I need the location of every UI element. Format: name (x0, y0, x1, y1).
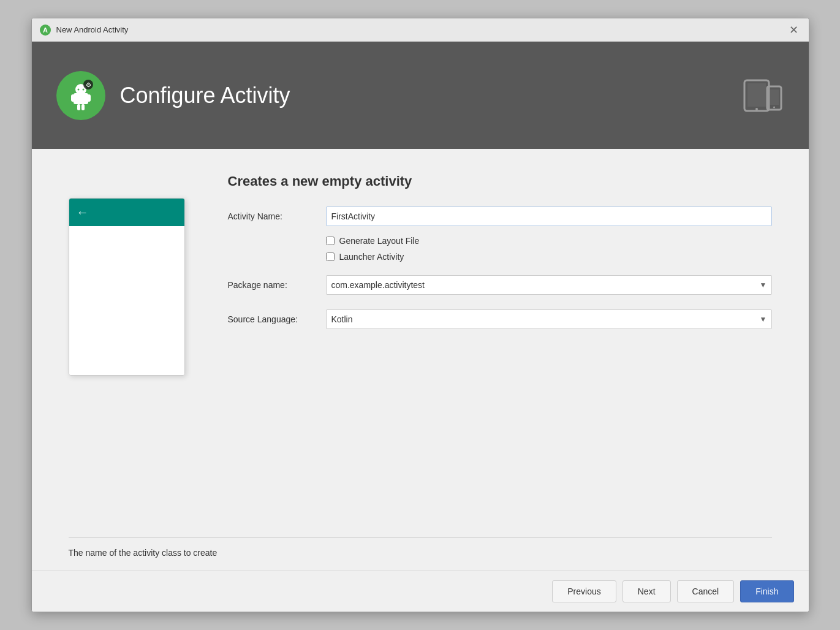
phone-preview: ← (69, 198, 185, 376)
package-name-select[interactable]: com.example.activitytest (326, 275, 772, 295)
back-arrow-icon: ← (77, 205, 89, 219)
svg-rect-16 (770, 89, 779, 105)
title-bar: A New Android Activity ✕ (32, 18, 809, 42)
activity-name-input[interactable] (326, 207, 772, 226)
source-language-row: Source Language: Kotlin Java ▼ (228, 309, 772, 329)
svg-point-14 (755, 108, 758, 110)
window-title: New Android Activity (56, 25, 129, 34)
source-language-wrapper: Kotlin Java ▼ (326, 309, 772, 329)
previous-button[interactable]: Previous (552, 580, 616, 602)
generate-layout-row: Generate Layout File (326, 236, 772, 246)
form-subtitle: Creates a new empty activity (228, 173, 772, 189)
app-icon: A (39, 24, 51, 36)
cancel-button[interactable]: Cancel (677, 580, 735, 602)
content-area: ← Creates a new empty activity Activity … (32, 149, 809, 537)
launcher-activity-checkbox[interactable] (326, 252, 335, 261)
svg-text:⚙: ⚙ (85, 82, 91, 88)
phone-body (69, 226, 184, 375)
header-left: ⚙ Configure Activity (56, 71, 290, 120)
footer: Previous Next Cancel Finish (32, 570, 809, 612)
source-language-label: Source Language: (228, 314, 326, 324)
package-name-label: Package name: (228, 280, 326, 290)
package-name-row: Package name: com.example.activitytest ▼ (228, 275, 772, 295)
divider (69, 537, 772, 538)
close-button[interactable]: ✕ (787, 23, 801, 37)
main-content: ← Creates a new empty activity Activity … (32, 149, 809, 570)
svg-rect-13 (747, 83, 766, 107)
svg-rect-7 (81, 104, 85, 110)
preview-panel: ← (69, 173, 191, 513)
generate-layout-label[interactable]: Generate Layout File (339, 236, 420, 246)
divider-section: The name of the activity class to create (32, 537, 809, 570)
android-logo: ⚙ (56, 71, 105, 120)
form-panel: Creates a new empty activity Activity Na… (228, 173, 772, 513)
device-icons (741, 74, 784, 117)
generate-layout-checkbox[interactable] (326, 237, 335, 245)
logo-svg: ⚙ (65, 80, 97, 112)
svg-point-17 (773, 106, 775, 108)
svg-rect-6 (77, 104, 80, 110)
svg-rect-3 (74, 93, 88, 104)
phone-toolbar: ← (69, 199, 184, 226)
svg-point-9 (82, 88, 84, 90)
launcher-activity-row: Launcher Activity (326, 252, 772, 262)
svg-rect-5 (87, 94, 91, 102)
finish-button[interactable]: Finish (740, 580, 793, 602)
header: ⚙ Configure Activity (32, 42, 809, 149)
activity-name-label: Activity Name: (228, 211, 326, 221)
launcher-activity-label[interactable]: Launcher Activity (339, 252, 404, 262)
main-window: A New Android Activity ✕ (31, 18, 809, 612)
package-name-wrapper: com.example.activitytest ▼ (326, 275, 772, 295)
hint-text: The name of the activity class to create (69, 548, 772, 570)
activity-name-row: Activity Name: (228, 207, 772, 226)
header-title: Configure Activity (120, 83, 290, 108)
svg-point-8 (77, 88, 79, 90)
device-icon-svg (741, 74, 784, 117)
source-language-select[interactable]: Kotlin Java (326, 309, 772, 329)
next-button[interactable]: Next (622, 580, 671, 602)
title-bar-left: A New Android Activity (39, 24, 129, 36)
svg-rect-4 (71, 94, 75, 102)
svg-text:A: A (43, 26, 48, 34)
